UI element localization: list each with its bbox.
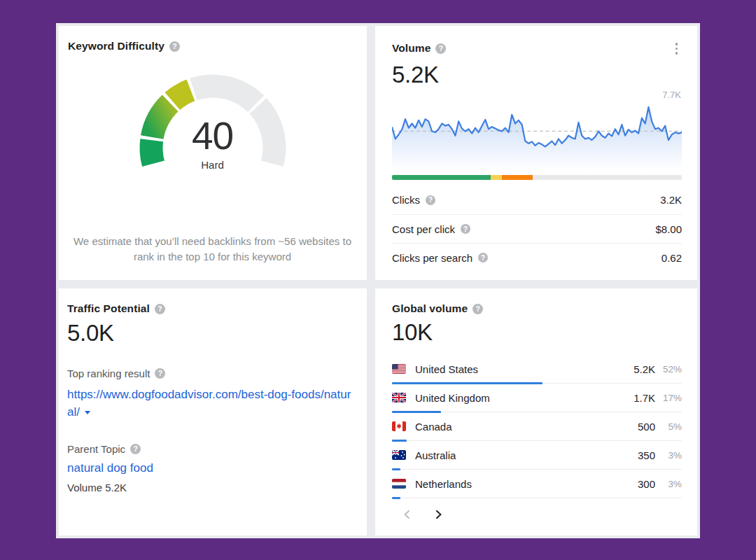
difficulty-gauge: 40 Hard [136, 71, 290, 194]
country-share-bar [392, 497, 682, 499]
difficulty-value: 40 [192, 115, 233, 156]
prev-page-button[interactable] [402, 509, 412, 520]
difficulty-gauge-center: 40 Hard [192, 115, 233, 171]
difficulty-label: Hard [192, 159, 233, 171]
country-volume: 5.2K [634, 363, 655, 375]
parent-topic-volume: Volume 5.2K [67, 482, 357, 493]
country-volume: 300 [638, 478, 655, 490]
metric-label: Clicks [392, 194, 435, 206]
metric-value: 0.62 [662, 252, 682, 264]
country-share: 5% [655, 421, 682, 432]
card-title: Keyword Difficulty [68, 40, 164, 52]
nl-flag-icon [392, 479, 406, 489]
top-ranking-result-label: Top ranking result [67, 368, 357, 379]
country-share-bar [392, 411, 682, 413]
traffic-potential-header: Traffic Potential [67, 302, 357, 315]
global-volume-card: Global volume 10K United States 5.2K 52%… [375, 288, 697, 536]
card-title: Volume [392, 42, 430, 55]
metric-row: Clicks 3.2K [392, 186, 682, 214]
clicks-distribution-bar [392, 175, 682, 180]
au-flag-icon [392, 450, 406, 460]
country-name: United States [415, 363, 478, 375]
country-share: 3% [655, 479, 682, 489]
help-icon[interactable] [426, 195, 435, 205]
ca-flag-icon [392, 421, 406, 431]
global-volume-header: Global volume [392, 302, 682, 315]
table-row: United Kingdom 1.7K 17% [392, 384, 682, 413]
table-row: Canada 500 5% [392, 413, 682, 442]
help-icon[interactable] [435, 43, 446, 54]
dropdown-caret-icon[interactable] [85, 411, 90, 414]
difficulty-note: We estimate that you’ll need backlinks f… [68, 234, 357, 265]
country-share: 17% [655, 393, 682, 403]
metrics-grid: Keyword Difficulty 40 Hard We estimate t… [56, 23, 700, 538]
help-icon[interactable] [461, 224, 470, 234]
volume-value: 5.2K [392, 62, 682, 88]
trend-max-label: 7.7K [392, 90, 681, 100]
volume-card: Volume 5.2K 7.7K Clicks 3.2K Cost per cl… [375, 26, 697, 280]
help-icon[interactable] [155, 368, 165, 379]
country-share-bar [392, 382, 682, 384]
help-icon[interactable] [478, 253, 488, 262]
country-volume-list: United States 5.2K 52% United Kingdom 1.… [392, 356, 682, 499]
help-icon[interactable] [155, 304, 165, 314]
country-volume: 350 [638, 449, 655, 461]
global-volume-value: 10K [392, 319, 682, 346]
top-ranking-result-link[interactable]: https://www.dogfoodadvisor.com/best-dog-… [67, 386, 357, 421]
country-share: 3% [655, 450, 682, 461]
card-title: Global volume [392, 302, 468, 315]
table-row: Netherlands 300 3% [392, 470, 682, 499]
parent-topic-link[interactable]: natural dog food [67, 461, 357, 475]
country-name: United Kingdom [415, 392, 490, 404]
traffic-potential-card: Traffic Potential 5.0K Top ranking resul… [59, 288, 367, 536]
country-volume: 500 [638, 421, 655, 433]
metric-row: Clicks per search 0.62 [392, 243, 682, 272]
help-icon[interactable] [169, 41, 180, 52]
country-share-bar [392, 440, 682, 442]
table-row: United States 5.2K 52% [392, 356, 682, 384]
country-name: Canada [415, 421, 452, 433]
keyword-difficulty-card: Keyword Difficulty 40 Hard We estimate t… [59, 26, 367, 280]
metric-label: Clicks per search [392, 252, 488, 264]
volume-metrics-list: Clicks 3.2K Cost per click $8.00 Clicks … [392, 186, 682, 272]
help-icon[interactable] [130, 444, 141, 454]
traffic-potential-value: 5.0K [67, 320, 357, 346]
help-icon[interactable] [472, 304, 483, 314]
next-page-button[interactable] [433, 509, 444, 520]
metric-value: 3.2K [660, 194, 682, 206]
country-list-pagination [402, 509, 682, 520]
card-title: Traffic Potential [67, 302, 150, 315]
volume-header: Volume [392, 40, 682, 57]
metric-value: $8.00 [655, 223, 682, 235]
parent-topic-label: Parent Topic [67, 443, 357, 455]
country-volume: 1.7K [634, 392, 655, 404]
table-row: Australia 350 3% [392, 442, 682, 470]
country-name: Australia [415, 449, 456, 461]
kebab-menu-icon[interactable] [671, 40, 682, 57]
metric-row: Cost per click $8.00 [392, 214, 682, 243]
volume-trend-chart [392, 101, 682, 174]
us-flag-icon [392, 364, 406, 374]
gb-flag-icon [392, 393, 406, 402]
country-name: Netherlands [415, 478, 472, 490]
country-share-bar [392, 468, 682, 470]
keyword-difficulty-header: Keyword Difficulty [68, 40, 357, 52]
metric-label: Cost per click [392, 223, 470, 235]
country-share: 52% [655, 364, 682, 374]
